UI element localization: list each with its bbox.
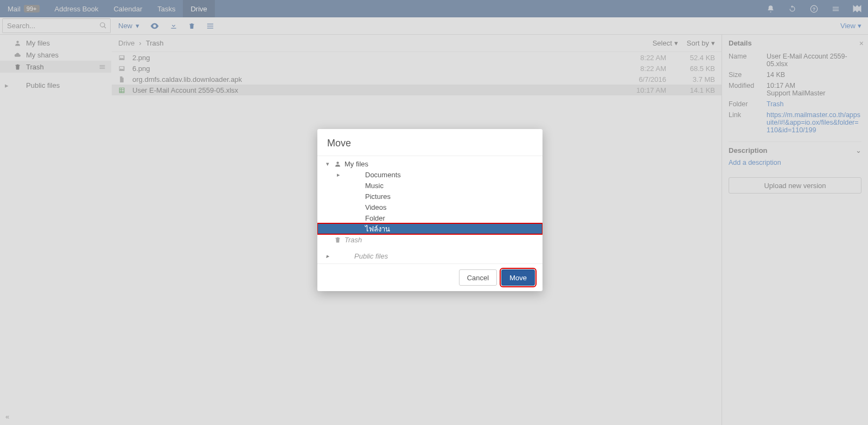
trash-icon	[333, 236, 342, 243]
tree-node-pictures[interactable]: Pictures	[317, 191, 542, 202]
tree-node-trash[interactable]: Trash	[317, 234, 542, 245]
tree-node-public-files[interactable]: ▸Public files	[317, 250, 542, 261]
tree-node-ไฟล์งาน[interactable]: ไฟล์งาน	[317, 223, 542, 234]
tree-node-my-files[interactable]: ▾My files	[317, 158, 542, 169]
tree-node-folder[interactable]: Folder	[317, 212, 542, 223]
dialog-title: Move	[317, 129, 542, 156]
move-dialog: Move ▾My files▸DocumentsMusicPicturesVid…	[317, 129, 542, 291]
move-button[interactable]: Move	[501, 269, 535, 286]
tree-node-music[interactable]: Music	[317, 180, 542, 191]
cancel-button[interactable]: Cancel	[459, 269, 497, 286]
tree-node-documents[interactable]: ▸Documents	[317, 169, 542, 180]
tree-node-videos[interactable]: Videos	[317, 202, 542, 212]
user-icon	[333, 160, 342, 168]
